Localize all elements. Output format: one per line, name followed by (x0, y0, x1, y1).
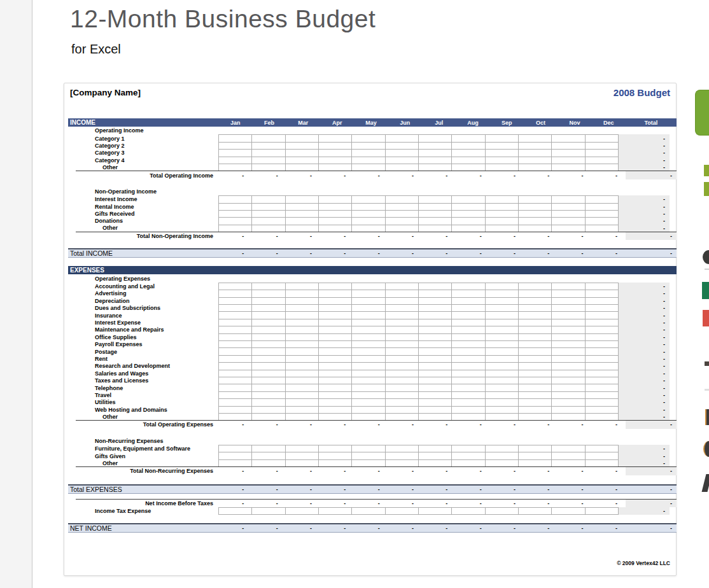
grand-month-value: - (456, 249, 489, 257)
total-month-value: - (354, 171, 388, 179)
total-month-value: - (558, 467, 591, 475)
section-header-label: EXPENSES (68, 267, 218, 274)
grand-total-label: Total INCOME (68, 249, 218, 257)
month-header: Jan (218, 120, 252, 126)
total-column-header: Total (626, 120, 677, 126)
subsection-label: Operating Income (68, 127, 218, 134)
grand-month-value: - (490, 524, 524, 532)
income-header-bar: INCOMEJanFebMarAprMayJunJulAugSepOctNovD… (68, 118, 677, 127)
cutoff-dark-slant-icon (702, 474, 709, 492)
cutoff-green-button[interactable] (695, 90, 709, 136)
grand-month-value: - (218, 249, 252, 257)
grand-total-row: NET INCOME------------- (68, 523, 677, 533)
copyright-text: © 2009 Vertex42 LLC (617, 560, 670, 566)
total-cell: - (626, 249, 677, 257)
subsection-label: Operating Expenses (68, 274, 218, 282)
total-cell: - (626, 524, 677, 532)
month-header: Dec (592, 120, 626, 126)
total-month-value: - (490, 467, 524, 475)
total-month-value: - (524, 232, 558, 240)
month-header: Jul (422, 120, 456, 126)
total-month-value: - (320, 171, 354, 179)
cutoff-dark-dash-icon (705, 361, 709, 366)
grand-month-value: - (592, 486, 626, 493)
month-header: Apr (320, 120, 354, 126)
sheet-cell (451, 507, 485, 515)
total-row: Total Operating Income------------- (68, 171, 677, 179)
month-header: Jun (388, 120, 422, 126)
total-month-value: - (422, 232, 456, 240)
total-row-label: Net Income Before Taxes (68, 500, 218, 507)
total-month-value: - (320, 232, 354, 240)
budget-year-title: 2008 Budget (614, 87, 670, 98)
total-month-value: - (524, 171, 558, 179)
row-label: Income Tax Expense (68, 507, 218, 515)
cutoff-dark-bar-icon (705, 409, 709, 425)
grand-month-value: - (592, 249, 626, 257)
sheet-cell (551, 507, 585, 515)
total-month-value: - (524, 467, 558, 475)
grand-month-value: - (456, 486, 489, 493)
row-spacer (68, 515, 677, 523)
grand-month-value: - (388, 486, 422, 493)
grand-month-value: - (422, 486, 456, 493)
company-name: [Company Name] (70, 88, 141, 97)
total-row-label: Total Non-Recurring Expenses (68, 467, 218, 475)
cutoff-olive-bar-icon (704, 182, 709, 196)
cutoff-olive-bar-icon (704, 165, 709, 176)
total-row: Total Non-Operating Income------------- (68, 232, 677, 240)
grand-month-value: - (558, 486, 591, 493)
grand-month-value: - (592, 524, 626, 532)
total-month-value: - (422, 421, 456, 428)
total-month-value: - (354, 232, 388, 240)
grand-month-value: - (218, 524, 252, 532)
grand-total-label: NET INCOME (68, 524, 218, 532)
sheet-cell (251, 507, 285, 515)
subsection-row: Non-Operating Income (68, 188, 677, 195)
total-row-label: Total Non-Operating Income (68, 232, 218, 240)
total-month-value: - (456, 171, 489, 179)
total-month-value: - (456, 467, 489, 475)
grand-month-value: - (286, 249, 320, 257)
grand-month-value: - (286, 524, 320, 532)
row-spacer (68, 429, 677, 437)
total-month-value: - (456, 232, 489, 240)
sheet-cell (485, 507, 519, 515)
total-month-value: - (456, 421, 489, 428)
sheet-cell (318, 507, 352, 515)
grand-month-value: - (422, 249, 456, 257)
left-rail (0, 0, 32, 588)
sheet-cell (218, 507, 252, 515)
grand-month-value: - (320, 249, 354, 257)
total-row-label: Total Operating Expenses (68, 421, 218, 428)
month-header: Feb (252, 120, 286, 126)
total-month-value: - (422, 171, 456, 179)
total-cell: - (626, 486, 677, 493)
total-month-value: - (524, 421, 558, 428)
total-month-value: - (558, 171, 591, 179)
total-month-value: - (456, 500, 489, 507)
grand-total-row: Total INCOME------------- (68, 248, 677, 258)
total-month-value: - (320, 500, 354, 507)
grand-month-value: - (388, 249, 422, 257)
grand-total-label: Total EXPENSES (68, 486, 218, 493)
grand-month-value: - (524, 486, 558, 493)
section-header-label: INCOME (68, 119, 218, 126)
subsection-row: Operating Expenses (68, 274, 677, 282)
total-month-value: - (286, 500, 320, 507)
total-month-value: - (218, 500, 252, 507)
total-month-value: - (388, 232, 422, 240)
month-header: Aug (456, 120, 489, 126)
row-spacer (68, 179, 677, 188)
total-month-value: - (286, 232, 320, 240)
total-month-value: - (388, 421, 422, 428)
row-spacer (68, 258, 677, 266)
total-row: Total Non-Recurring Expenses------------… (68, 467, 677, 475)
total-month-value: - (388, 171, 422, 179)
cutoff-red-square-icon (703, 310, 709, 326)
total-month-value: - (422, 467, 456, 475)
grand-month-value: - (320, 486, 354, 493)
grand-total-row: Total EXPENSES------------- (68, 484, 677, 494)
grand-month-value: - (252, 249, 286, 257)
row-spacer (68, 240, 677, 248)
